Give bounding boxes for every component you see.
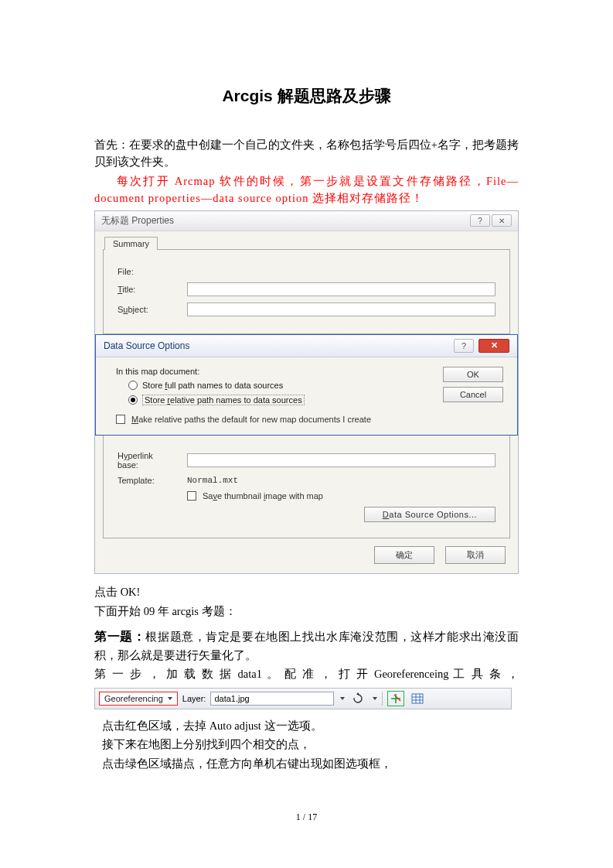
svg-rect-3 xyxy=(412,694,423,703)
dso-dialog-title-text: Data Source Options xyxy=(104,340,189,351)
file-label: File: xyxy=(117,267,187,276)
title-field[interactable] xyxy=(187,282,496,296)
save-thumbnail-label: Save thumbnail image with map xyxy=(203,491,323,501)
note-green-area: 点击绿色区域描点，任意方向单机右键出现如图选项框， xyxy=(102,755,519,772)
checkbox-icon xyxy=(116,415,125,424)
hyperlink-base-label: Hyperlinkbase: xyxy=(117,451,187,470)
template-label: Template: xyxy=(117,476,187,485)
properties-dialog: 无标题 Properties ? ✕ Summary File: Title: … xyxy=(94,210,519,574)
paragraph-click-ok: 点击 OK! xyxy=(94,583,519,600)
question-1-heading: 第一题：根据题意，肯定是要在地图上找出水库淹没范围，这样才能求出淹没面积，那么就… xyxy=(94,627,519,664)
checkbox-make-default[interactable]: Make relative paths the default for new … xyxy=(116,415,503,424)
radio-icon xyxy=(128,381,138,390)
title-label: Title: xyxy=(117,285,187,294)
close-icon[interactable]: ✕ xyxy=(492,214,512,227)
data-source-options-button[interactable]: Data Source Options... xyxy=(364,507,496,522)
checkbox-make-default-label: Make relative paths the default for new … xyxy=(131,415,371,424)
properties-dialog-titlebar[interactable]: 无标题 Properties ? ✕ xyxy=(95,211,518,231)
properties-dialog-title-text: 无标题 Properties xyxy=(101,214,174,227)
rotate-icon[interactable] xyxy=(349,691,366,706)
page-number: 1 / 17 xyxy=(0,812,613,823)
chevron-down-icon[interactable] xyxy=(373,697,377,700)
close-icon[interactable]: ✕ xyxy=(478,339,509,353)
template-value: Normal.mxt xyxy=(187,476,238,485)
question-1-step1: 第 一 步 ， 加 载 数 据 data1 。 配 准 ， 打 开 Georef… xyxy=(94,665,519,682)
subject-field[interactable] xyxy=(187,302,496,316)
dso-dialog-titlebar[interactable]: Data Source Options ? ✕ xyxy=(96,335,517,357)
note-four-points: 接下来在地图上分别找到四个相交的点， xyxy=(102,736,519,753)
tab-summary[interactable]: Summary xyxy=(104,237,158,250)
page-title: Arcgis 解题思路及步骤 xyxy=(94,85,519,107)
paragraph-start-09: 下面开始 09 年 arcgis 考题： xyxy=(94,603,519,620)
layer-select-value: data1.jpg xyxy=(214,694,249,703)
paragraph-intro: 首先：在要求的盘中创建一个自己的文件夹，名称包括学号后四位+名字，把考题拷贝到该… xyxy=(94,136,519,171)
radio-relative-path-label: Store relative path names to data source… xyxy=(142,395,305,405)
paragraph-red-note: 每次打开 Arcmap 软件的时候，第一步就是设置文件存储路径，File—doc… xyxy=(94,173,519,207)
add-control-points-icon[interactable] xyxy=(387,691,404,706)
cancel-button[interactable]: Cancel xyxy=(443,387,503,402)
ok-button[interactable]: 确定 xyxy=(374,546,434,564)
georeferencing-menu-label: Georeferencing xyxy=(104,694,163,703)
georeferencing-toolbar: Georeferencing Layer: data1.jpg xyxy=(94,688,512,709)
hyperlink-base-field[interactable] xyxy=(187,453,496,467)
georeferencing-menu-button[interactable]: Georeferencing xyxy=(99,692,178,706)
layer-select[interactable]: data1.jpg xyxy=(210,692,334,706)
help-icon[interactable]: ? xyxy=(454,339,474,353)
subject-label: Subject: xyxy=(117,305,187,314)
checkbox-icon[interactable] xyxy=(187,491,196,501)
ok-button[interactable]: OK xyxy=(443,367,503,382)
view-link-table-icon[interactable] xyxy=(409,691,426,706)
chevron-down-icon[interactable] xyxy=(340,697,345,700)
note-red-area: 点击红色区域，去掉 Auto adjust 这一选项。 xyxy=(102,717,519,734)
radio-icon xyxy=(128,395,138,405)
layer-label: Layer: xyxy=(182,694,206,703)
chevron-down-icon xyxy=(168,697,172,700)
radio-full-path-label: Store full path names to data sources xyxy=(142,381,283,390)
data-source-options-dialog: Data Source Options ? ✕ OK Cancel In thi… xyxy=(95,334,518,436)
help-icon[interactable]: ? xyxy=(470,214,490,227)
cancel-button[interactable]: 取消 xyxy=(445,546,506,564)
